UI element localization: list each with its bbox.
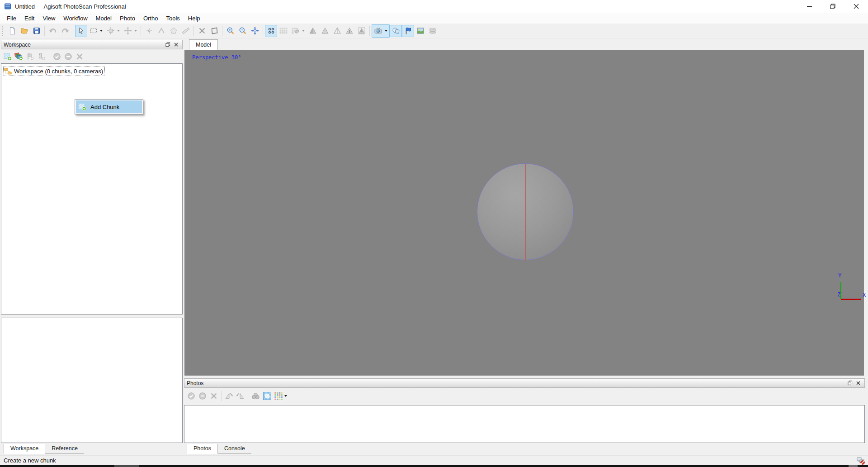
open-folder-icon — [20, 27, 28, 35]
navigation-icon — [251, 27, 259, 35]
workspace-panel-header: Workspace — [1, 40, 183, 49]
restore-button[interactable] — [821, 0, 844, 13]
save-icon — [33, 27, 41, 35]
disable-photos-button — [197, 391, 208, 402]
context-menu-item-add-chunk[interactable]: Add Chunk — [76, 100, 142, 113]
dense-cloud-classes-button — [289, 25, 307, 37]
menu-model[interactable]: Model — [92, 14, 116, 23]
new-document-icon — [8, 27, 16, 35]
mesh-wireframe-icon — [333, 27, 341, 35]
enable-check-icon — [187, 392, 195, 400]
model-viewport[interactable]: Perspective 30° Y Z X — [184, 50, 864, 376]
change-view-button[interactable] — [273, 391, 289, 402]
tab-workspace[interactable]: Workspace — [4, 444, 45, 454]
workspace-toolbar — [2, 51, 182, 62]
tab-reference[interactable]: Reference — [45, 444, 84, 454]
menu-ortho[interactable]: Ortho — [139, 14, 162, 23]
menu-help[interactable]: Help — [184, 14, 204, 23]
menu-bar: File Edit View Workflow Model Photo Orth… — [0, 13, 868, 24]
filter-photos-button[interactable] — [261, 391, 273, 402]
dropdown-arrow-icon — [302, 30, 305, 32]
workspace-details-panel — [1, 318, 183, 443]
network-status-icon — [857, 457, 865, 465]
photos-panel-title: Photos — [187, 380, 203, 386]
new-project-button[interactable] — [6, 25, 18, 37]
move-region-icon — [124, 27, 132, 35]
menu-photo[interactable]: Photo — [116, 14, 139, 23]
dense-cloud-icon — [279, 27, 288, 35]
view-photo-button — [250, 391, 261, 402]
workspace-tree-root-label: Workspace (0 chunks, 0 cameras) — [14, 68, 103, 75]
enable-photos-button — [185, 391, 197, 402]
textured-view-icon — [358, 27, 366, 35]
rectangle-selection-button[interactable] — [87, 25, 104, 37]
show-shapes-button[interactable] — [390, 25, 402, 37]
application-window: Untitled — Agisoft PhotoScan Professiona… — [0, 0, 868, 467]
remove-x-icon — [75, 52, 84, 61]
menu-edit[interactable]: Edit — [20, 14, 38, 23]
tab-photos[interactable]: Photos — [187, 444, 218, 454]
toolbar-grip[interactable] — [2, 26, 4, 36]
menu-view[interactable]: View — [38, 14, 59, 23]
delete-icon — [198, 27, 206, 35]
workspace-float-button[interactable] — [164, 41, 172, 48]
rotate-ccw-button — [223, 391, 235, 402]
add-photos-button[interactable] — [13, 51, 24, 62]
open-button[interactable] — [18, 25, 30, 37]
axis-x-label: X — [863, 292, 866, 298]
window-title: Untitled — Agisoft PhotoScan Professiona… — [15, 3, 126, 10]
disable-minus-icon — [64, 52, 72, 61]
show-cameras-button[interactable] — [372, 24, 390, 38]
dropdown-arrow-icon — [117, 30, 120, 32]
photos-panel-header: Photos — [184, 378, 865, 388]
menu-workflow[interactable]: Workflow — [59, 14, 91, 23]
mesh-shaded-view-button — [307, 25, 319, 37]
draw-point-icon — [145, 27, 153, 35]
workspace-close-button[interactable] — [172, 41, 180, 48]
save-button[interactable] — [30, 25, 42, 37]
dense-cloud-classes-icon — [292, 27, 300, 35]
mesh-wireframe-view-button — [331, 25, 343, 37]
photos-float-button[interactable] — [846, 380, 854, 387]
float-panel-icon — [848, 381, 853, 386]
add-photos-icon — [14, 52, 23, 61]
dropdown-arrow-icon[interactable] — [100, 30, 103, 32]
close-icon — [856, 381, 860, 385]
workspace-panel-title: Workspace — [4, 42, 31, 48]
workspace-tree-root[interactable]: Workspace (0 chunks, 0 cameras) — [3, 67, 105, 76]
point-cloud-view-button[interactable] — [265, 25, 277, 37]
zoom-out-icon — [239, 27, 247, 35]
zoom-out-button[interactable] — [236, 25, 249, 37]
redo-icon — [61, 27, 69, 35]
tab-console[interactable]: Console — [218, 444, 251, 454]
axis-y-line — [840, 282, 841, 299]
add-chunk-icon — [78, 103, 86, 111]
photos-close-button[interactable] — [854, 380, 862, 387]
navigation-button[interactable] — [249, 25, 261, 37]
resize-region-icon — [107, 27, 115, 35]
remove-photos-button — [208, 391, 219, 402]
move-region-button — [122, 25, 139, 37]
shapes-icon — [392, 27, 400, 35]
dropdown-arrow-icon[interactable] — [284, 395, 287, 397]
tab-model[interactable]: Model — [189, 39, 218, 50]
minimize-button[interactable] — [797, 0, 821, 13]
sphere-horizontal-axis — [477, 212, 574, 212]
close-button[interactable] — [844, 0, 868, 13]
menu-tools[interactable]: Tools — [162, 14, 184, 23]
point-cloud-icon — [267, 27, 275, 35]
cursor-arrow-icon — [77, 27, 85, 35]
show-photos-button[interactable] — [414, 25, 426, 37]
context-menu: Add Chunk — [75, 99, 143, 114]
enable-check-icon — [53, 52, 61, 61]
dropdown-arrow-icon[interactable] — [385, 30, 387, 32]
flag-icon — [404, 27, 412, 35]
show-ortho-button — [426, 25, 439, 37]
menu-file[interactable]: File — [3, 14, 20, 23]
select-tool-button[interactable] — [75, 25, 87, 37]
show-markers-button[interactable] — [402, 25, 414, 37]
zoom-in-button[interactable] — [224, 25, 236, 37]
dropdown-arrow-icon — [134, 30, 137, 32]
add-chunk-button[interactable] — [2, 51, 13, 62]
mesh-solid-icon — [321, 27, 329, 35]
